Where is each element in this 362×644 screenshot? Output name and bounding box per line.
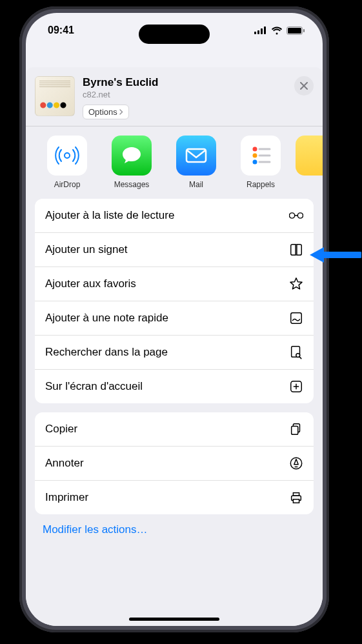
status-time: 09:41 <box>48 25 74 36</box>
app-label: AirDrop <box>37 180 97 189</box>
chevron-right-icon <box>119 109 123 115</box>
svg-marker-31 <box>310 247 324 263</box>
share-sheet: Byrne's Euclid c82.net Options AirDrop <box>26 67 323 626</box>
share-app-notes[interactable] <box>296 136 315 189</box>
svg-point-9 <box>253 147 257 152</box>
book-icon <box>289 243 303 257</box>
share-app-mail[interactable]: Mail <box>166 136 226 189</box>
action-quick-note[interactable]: Ajouter à une note rapide <box>35 301 314 336</box>
action-reading-list[interactable]: Ajouter à la liste de lecture <box>35 199 314 233</box>
callout-arrow <box>310 245 361 265</box>
action-label: Ajouter à une note rapide <box>45 312 168 325</box>
svg-point-15 <box>289 213 294 218</box>
svg-rect-6 <box>303 29 305 32</box>
messages-icon <box>119 143 145 168</box>
action-favorite[interactable]: Ajouter aux favoris <box>35 267 314 301</box>
action-label: Ajouter un signet <box>45 243 128 256</box>
page-thumbnail <box>35 76 75 116</box>
options-button[interactable]: Options <box>83 105 129 119</box>
svg-rect-1 <box>257 30 259 34</box>
action-label: Ajouter aux favoris <box>45 277 136 290</box>
svg-point-10 <box>253 154 257 158</box>
action-label: Annoter <box>45 457 84 470</box>
action-label: Ajouter à la liste de lecture <box>45 209 174 222</box>
cellular-icon <box>254 26 267 34</box>
svg-rect-0 <box>254 32 256 34</box>
options-label: Options <box>88 107 117 117</box>
share-subtitle: c82.net <box>83 90 287 99</box>
share-app-airdrop[interactable]: AirDrop <box>37 136 97 189</box>
action-label: Rechercher dans la page <box>45 346 168 359</box>
dynamic-island <box>139 25 210 44</box>
app-label: Rappels <box>231 180 290 189</box>
markup-icon <box>289 456 303 470</box>
svg-rect-17 <box>291 313 302 324</box>
action-bookmark[interactable]: Ajouter un signet <box>35 233 314 267</box>
action-label: Sur l'écran d'accueil <box>45 380 143 393</box>
share-app-messages[interactable]: Messages <box>102 136 161 189</box>
action-markup[interactable]: Annoter <box>35 447 314 481</box>
share-title: Byrne's Euclid <box>83 76 287 89</box>
reminders-icon <box>247 142 274 169</box>
app-share-row[interactable]: AirDrop Messages Mail Rappels <box>26 126 323 198</box>
action-find-on-page[interactable]: Rechercher dans la page <box>35 336 314 370</box>
edit-actions-link[interactable]: Modifier les actions… <box>35 523 314 541</box>
action-label: Imprimer <box>45 491 88 504</box>
svg-rect-8 <box>186 149 206 162</box>
home-indicator[interactable] <box>129 618 219 621</box>
actions-group-primary: Ajouter à la liste de lecture Ajouter un… <box>35 199 314 403</box>
glasses-icon <box>289 208 303 223</box>
svg-point-16 <box>297 213 303 218</box>
svg-rect-29 <box>293 499 299 503</box>
actions-group-secondary: Copier Annoter Imprimer <box>35 412 314 514</box>
battery-icon <box>287 26 305 35</box>
svg-point-11 <box>253 160 257 165</box>
doc-on-doc-icon <box>289 422 303 436</box>
svg-rect-2 <box>261 28 263 34</box>
app-label: Mail <box>166 180 226 189</box>
svg-rect-5 <box>288 28 301 34</box>
action-copy[interactable]: Copier <box>35 412 314 447</box>
star-icon <box>289 277 303 291</box>
close-button[interactable] <box>294 76 314 96</box>
svg-rect-3 <box>264 26 266 34</box>
share-app-reminders[interactable]: Rappels <box>231 136 290 189</box>
doc-search-icon <box>289 345 303 359</box>
actions-scroll[interactable]: Ajouter à la liste de lecture Ajouter un… <box>26 199 323 626</box>
svg-point-7 <box>65 153 70 158</box>
action-label: Copier <box>45 423 77 436</box>
plus-app-icon <box>289 379 303 394</box>
app-label: Messages <box>102 180 161 189</box>
svg-line-20 <box>299 357 301 359</box>
printer-icon <box>289 490 303 505</box>
quicknote-icon <box>289 311 303 325</box>
mail-icon <box>183 142 210 169</box>
action-home-screen[interactable]: Sur l'écran d'accueil <box>35 370 314 403</box>
close-icon <box>300 82 308 90</box>
airdrop-icon <box>54 142 81 169</box>
action-print[interactable]: Imprimer <box>35 481 314 514</box>
wifi-icon <box>271 26 283 35</box>
svg-rect-28 <box>293 493 299 496</box>
svg-rect-25 <box>292 426 298 434</box>
